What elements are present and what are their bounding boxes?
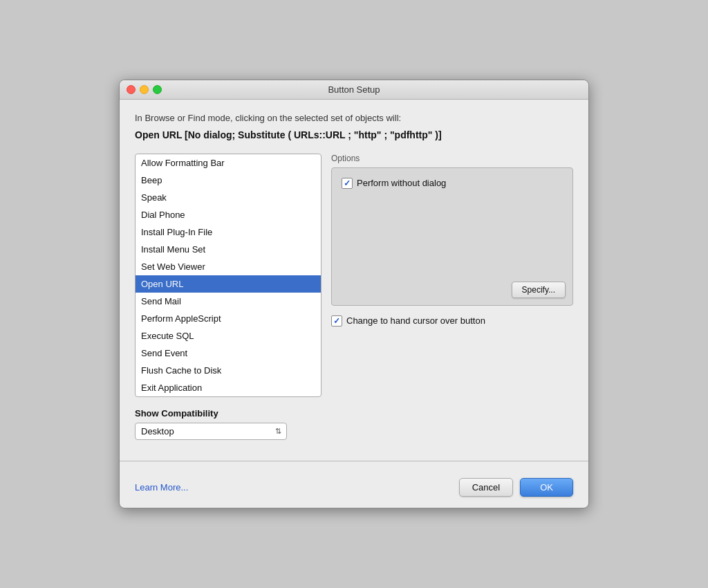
description-text: In Browse or Find mode, clicking on the … [135,112,573,125]
list-item[interactable]: Send Mail [136,293,321,310]
cancel-button[interactable]: Cancel [459,478,513,497]
action-list[interactable]: Allow Formatting BarBeepSpeakDial PhoneI… [135,154,322,397]
list-item[interactable]: Beep [136,172,321,189]
options-panel: Options Perform without dialog Specify..… [331,154,573,397]
options-box: Perform without dialog Specify... [331,167,573,306]
list-item[interactable]: Exit Application [136,379,321,396]
options-label: Options [331,154,573,163]
hand-cursor-label: Change to hand cursor over button [346,315,485,326]
list-item[interactable]: Perform AppleScript [136,310,321,327]
minimize-button[interactable] [140,85,149,94]
dialog-content: In Browse or Find mode, clicking on the … [120,100,588,461]
action-title: Open URL [No dialog; Substitute ( URLs::… [135,129,573,143]
list-item[interactable]: Allow Formatting Bar [136,154,321,172]
window-title: Button Setup [328,84,380,95]
title-bar: Button Setup [120,80,588,100]
list-item[interactable]: Open URL [136,275,321,293]
perform-without-dialog-checkbox[interactable] [342,178,353,189]
hand-cursor-checkbox[interactable] [331,315,342,327]
list-item[interactable]: Flush Cache to Disk [136,362,321,379]
list-item[interactable]: Execute SQL [136,327,321,344]
close-button[interactable] [127,85,136,94]
list-item[interactable]: Speak [136,189,321,206]
compatibility-select[interactable]: DesktopiOSAll [135,423,287,440]
list-item[interactable]: Install Menu Set [136,241,321,258]
bottom-bar: Learn More... Cancel OK [120,471,588,508]
maximize-button[interactable] [153,85,162,94]
show-compatibility-label: Show Compatibility [135,408,573,419]
main-area: Allow Formatting BarBeepSpeakDial PhoneI… [135,154,573,397]
list-item[interactable]: Install Plug-In File [136,223,321,241]
hand-cursor-row: Change to hand cursor over button [331,315,573,327]
perform-without-dialog-row: Perform without dialog [342,178,563,189]
learn-more-link[interactable]: Learn More... [135,482,188,493]
list-item[interactable]: Send Event [136,344,321,362]
ok-button[interactable]: OK [520,478,573,497]
specify-button[interactable]: Specify... [512,282,566,298]
perform-without-dialog-label: Perform without dialog [357,178,446,188]
bottom-buttons: Cancel OK [459,478,573,497]
list-item[interactable]: Set Web Viewer [136,258,321,275]
window-controls [127,85,162,94]
show-compatibility-section: Show Compatibility DesktopiOSAll [135,408,573,440]
compatibility-select-wrapper: DesktopiOSAll [135,423,287,440]
dialog-window: Button Setup In Browse or Find mode, cli… [119,80,589,508]
divider [120,461,588,461]
list-item[interactable]: Dial Phone [136,206,321,223]
